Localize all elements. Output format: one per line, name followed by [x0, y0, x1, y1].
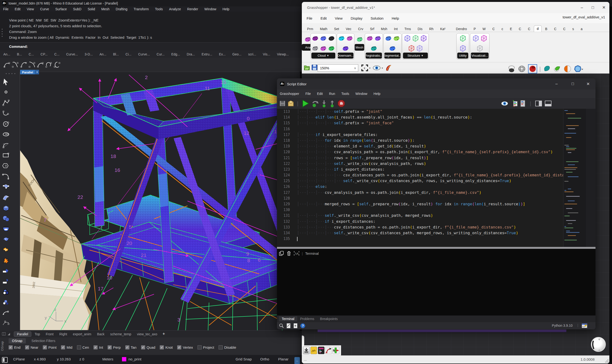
zoom-combo[interactable]: 150%∨	[318, 64, 358, 72]
add-viewport-tab[interactable]: +	[163, 331, 165, 337]
code-line-113[interactable]: 113│···│···│···│···self.prefix·=·"joint"	[277, 109, 563, 115]
status-planar[interactable]: Planar	[278, 357, 288, 361]
run-icon[interactable]	[301, 99, 309, 107]
code-line-134[interactable]: 134│···│···│···│···self._write_csv(csv_d…	[277, 230, 563, 236]
layout-bottom-icon[interactable]	[545, 100, 552, 107]
gh-tab-C[interactable]: C	[524, 26, 533, 32]
viewport-tab-Front[interactable]: Front	[43, 332, 56, 337]
rhino-menu-drafting[interactable]: Drafting	[113, 7, 131, 11]
se-menu-run[interactable]: Run	[329, 92, 335, 96]
code-line-121[interactable]: 121│···│···│···│···rows·=·[self._prepare…	[277, 155, 563, 161]
code-line-127[interactable]: 127│···│···│···csv_analysis_path·=·os.pa…	[277, 190, 563, 195]
display-wireframe-icon[interactable]	[518, 65, 526, 73]
code-line-119[interactable]: 119│···│···│···│···element_id·=·self._ge…	[277, 143, 563, 149]
gh-tab-s[interactable]: s	[569, 26, 577, 32]
gh-tab-Int[interactable]: Int	[391, 26, 401, 32]
palette-group-Downsam...[interactable]: Downsam...	[337, 33, 354, 60]
palette-group-Utility[interactable]: Utility	[456, 33, 469, 60]
sidebar-tool-polygon[interactable]	[2, 162, 10, 169]
restart-icon[interactable]	[311, 100, 319, 107]
save-icon[interactable]	[311, 64, 318, 71]
rhino-menu-edit[interactable]: Edit	[12, 7, 24, 11]
viewport-tab-view_tec_axo[interactable]: view_tec_axo	[134, 332, 160, 337]
curve-tool-icon[interactable]	[45, 61, 52, 69]
panel-divider[interactable]	[277, 247, 596, 249]
newline-icon[interactable]: \n	[294, 251, 299, 256]
toolbar-tab[interactable]: CP...	[37, 52, 51, 56]
terminal-panel[interactable]: \n | Terminal	[277, 249, 596, 315]
toolbar-tab[interactable]: An...	[96, 52, 110, 56]
sketch-icon[interactable]	[310, 347, 317, 354]
rhino-menu-help[interactable]: Help	[219, 7, 232, 11]
palette-group-Cloud[interactable]: Cloud ▼	[310, 33, 336, 60]
sidebar-tool-handle-curve[interactable]	[2, 320, 10, 327]
toolbar-tab[interactable]: C...	[25, 52, 37, 56]
gh-tab-Srf[interactable]: Srf	[367, 26, 378, 32]
code-line-135[interactable]: 135	[277, 236, 563, 242]
display-blue-icon[interactable]: ▾	[574, 65, 583, 73]
curve-tool-icon[interactable]	[20, 61, 27, 69]
save-icon[interactable]	[279, 100, 286, 107]
osnap-check-mid[interactable]: ✓Mid	[61, 345, 72, 350]
viewport-tab-Top[interactable]: Top	[32, 332, 43, 337]
gh-tab-P[interactable]: P	[470, 26, 479, 32]
gh-tab-Rh[interactable]: Rh	[426, 26, 437, 32]
gh-menu-help[interactable]: Help	[392, 16, 399, 20]
curve-tool-icon[interactable]	[53, 61, 61, 69]
toolbar-tab[interactable]: Curve...	[63, 52, 81, 56]
code-line-114[interactable]: 114│···│···elif·len(i_result.assembly.al…	[277, 115, 563, 120]
se-tab-problems[interactable]: Problems	[297, 316, 317, 322]
sidebar-tool-rectangle[interactable]	[2, 152, 10, 159]
code-line-128[interactable]: 128	[277, 195, 563, 201]
open-file-icon[interactable]	[304, 64, 310, 71]
se-tab-breakpoints[interactable]: Breakpoints	[317, 316, 341, 322]
code-minimap[interactable]	[563, 109, 586, 247]
gh-minimize-button[interactable]: –	[576, 2, 587, 13]
palette-group-Segmentat...[interactable]: Segmentat...	[383, 33, 401, 60]
sidebar-tool-split[interactable]	[2, 278, 10, 285]
sidebar-tool-control-point-curve[interactable]	[2, 99, 10, 106]
se-menu-file[interactable]: File	[306, 92, 311, 96]
display-green-icon[interactable]	[553, 65, 561, 73]
osnap-check-end[interactable]: ✓End	[9, 345, 21, 350]
gh-tab-E[interactable]: E	[506, 26, 515, 32]
gh-tab-Dendro[interactable]: Dendro	[452, 26, 470, 32]
rhino-menu-analyze[interactable]: Analyze	[166, 7, 184, 11]
toolbar-tab[interactable]: Viewp...	[274, 52, 292, 56]
toolbar-tab[interactable]: 3-D...	[81, 52, 96, 56]
gh-tab-Msh[interactable]: Msh	[378, 26, 391, 32]
se-close-button[interactable]: ✕	[583, 78, 594, 89]
osnap-check-near[interactable]: ✓Near	[25, 345, 39, 350]
align-icon[interactable]: N	[333, 347, 339, 354]
palette-group-Visualizati...[interactable]: Visualizati...	[470, 33, 490, 60]
viewport-tab-Parallel[interactable]: Parallel	[14, 331, 31, 337]
gh-tab-Set[interactable]: Set	[331, 26, 343, 32]
code-line-130[interactable]: 130	[277, 207, 563, 213]
eye-icon[interactable]	[501, 101, 508, 106]
viewport-tab-scheme_temp[interactable]: scheme_temp	[107, 332, 134, 337]
gh-tab-Vec[interactable]: Vec	[343, 26, 355, 32]
gh-tab-a[interactable]: a	[577, 26, 586, 32]
rhino-menu-tools[interactable]: Tools	[152, 7, 166, 11]
gh-tab-Trns[interactable]: Trns	[401, 26, 414, 32]
dropdown-caret[interactable]: ▾	[369, 67, 371, 69]
palette-group-Mesh[interactable]: Mesh	[355, 44, 364, 51]
toolbar-tab[interactable]: Geo...	[229, 52, 245, 56]
search-icon[interactable]	[279, 323, 284, 328]
code-line-126[interactable]: 126│···│···else:	[277, 184, 563, 190]
navigation-ball[interactable]	[591, 337, 606, 352]
display-orange-icon[interactable]	[563, 65, 572, 73]
sidebar-tool-circle[interactable]	[2, 120, 10, 127]
gh-tab-Ka²[interactable]: Ka²	[437, 26, 449, 32]
toolbar-tab[interactable]: B...	[14, 52, 25, 56]
toolbar-tab[interactable]: Curve...	[135, 52, 153, 56]
toolbar-tab[interactable]: Cur...	[153, 52, 168, 56]
step-out-icon[interactable]	[329, 100, 335, 107]
code-line-123[interactable]: 123│···│···│···│···if·i_export_distances…	[277, 167, 563, 172]
sidebar-tool-ellipse[interactable]	[2, 130, 10, 138]
code-line-118[interactable]: 118│···│···│···for·idx·in·range(len(i_re…	[277, 138, 563, 143]
code-line-120[interactable]: 120│···│···│···│···csv_analysis_path·=·o…	[277, 149, 563, 155]
palette-group-Registratio...[interactable]: Registratio...	[365, 33, 383, 60]
toolbar-tab[interactable]: C...	[51, 52, 63, 56]
rhino-menu-render[interactable]: Render	[184, 7, 201, 11]
